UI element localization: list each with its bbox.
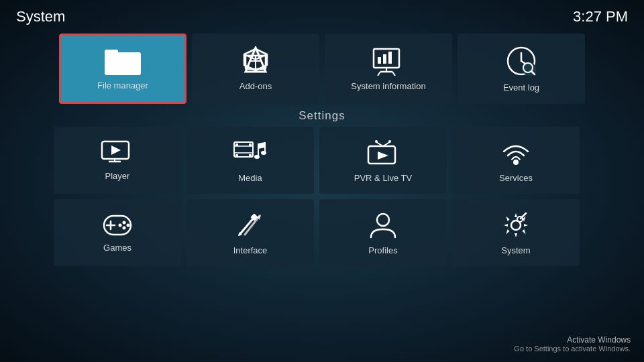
tile-event-log[interactable]: Event log: [458, 34, 585, 104]
games-icon: [100, 213, 135, 237]
system-info-icon: [371, 46, 406, 76]
player-icon: [101, 140, 134, 166]
profiles-icon: [368, 210, 398, 240]
top-row: File manager Add-ons: [0, 34, 644, 104]
clock: 3:27 PM: [573, 8, 628, 25]
svg-point-49: [119, 223, 122, 227]
system-label: System: [501, 245, 530, 255]
svg-rect-2: [105, 50, 118, 55]
system-gear-icon: [500, 210, 531, 240]
addons-label: Add-ons: [239, 81, 272, 91]
event-log-icon: [505, 45, 537, 77]
settings-grid: Player: [0, 127, 644, 266]
tile-profiles[interactable]: Profiles: [319, 199, 447, 266]
folder-icon: [105, 47, 141, 75]
svg-point-51: [123, 226, 126, 229]
svg-point-50: [127, 223, 130, 227]
svg-point-60: [517, 217, 523, 222]
svg-line-16: [392, 72, 395, 76]
services-label: Services: [499, 173, 533, 183]
svg-point-42: [388, 140, 391, 143]
svg-rect-14: [388, 52, 392, 64]
svg-rect-12: [378, 57, 381, 64]
svg-marker-43: [378, 152, 388, 160]
settings-label: Settings: [299, 109, 345, 122]
tile-system[interactable]: System: [452, 199, 580, 266]
services-icon: [500, 138, 532, 168]
tile-system-information[interactable]: System information: [325, 34, 452, 104]
tile-pvr-live-tv[interactable]: PVR & Live TV: [319, 127, 447, 194]
settings-row-1: Player: [54, 127, 590, 194]
profiles-label: Profiles: [368, 245, 397, 255]
player-label: Player: [105, 171, 130, 181]
header: System 3:27 PM: [0, 0, 644, 34]
tile-media[interactable]: Media: [186, 127, 314, 194]
pvr-label: PVR & Live TV: [354, 173, 412, 183]
svg-point-48: [123, 221, 126, 224]
tile-file-manager[interactable]: File manager: [59, 34, 186, 104]
tile-add-ons[interactable]: Add-ons: [192, 34, 319, 104]
svg-rect-31: [249, 143, 252, 146]
games-label: Games: [103, 243, 131, 253]
interface-icon: [234, 210, 266, 240]
svg-rect-33: [249, 154, 252, 157]
app-title: System: [16, 8, 65, 25]
media-icon: [233, 138, 268, 168]
system-info-label: System information: [351, 81, 425, 91]
tile-services[interactable]: Services: [452, 127, 580, 194]
file-manager-label: File manager: [97, 80, 148, 90]
settings-section: Settings: [0, 109, 644, 123]
settings-row-2: Games Interface: [54, 199, 590, 266]
svg-line-15: [378, 72, 380, 76]
svg-rect-30: [235, 143, 238, 146]
tile-games[interactable]: Games: [54, 199, 181, 266]
pvr-icon: [366, 138, 400, 168]
svg-marker-26: [111, 145, 121, 155]
svg-point-44: [513, 160, 519, 165]
svg-point-37: [261, 151, 266, 155]
watermark-title: Activate Windows: [514, 335, 631, 345]
media-label: Media: [238, 173, 262, 183]
watermark-subtitle: Go to Settings to activate Windows.: [514, 345, 631, 353]
svg-point-57: [377, 214, 389, 226]
svg-rect-32: [235, 154, 238, 157]
event-log-label: Event log: [503, 82, 539, 93]
svg-rect-13: [383, 54, 386, 64]
svg-point-36: [254, 155, 260, 159]
addons-icon: [239, 46, 272, 76]
watermark: Activate Windows Go to Settings to activ…: [514, 335, 631, 353]
tile-interface[interactable]: Interface: [186, 199, 314, 266]
svg-point-41: [375, 140, 378, 143]
interface-label: Interface: [233, 245, 268, 255]
tile-player[interactable]: Player: [54, 127, 181, 194]
